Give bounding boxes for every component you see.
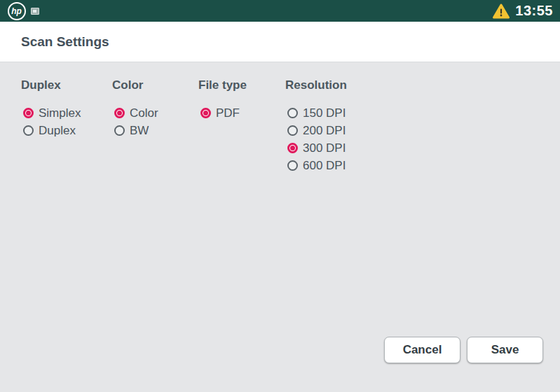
group-label: Resolution (285, 78, 397, 92)
group-label: Color (112, 78, 198, 92)
radio-option-bw[interactable]: BW (112, 122, 198, 139)
option-label: Simplex (39, 106, 81, 120)
radio-option-150dpi[interactable]: 150 DPI (285, 104, 397, 122)
status-bar: hp 13:55 (0, 0, 560, 22)
radio-option-600dpi[interactable]: 600 DPI (285, 157, 397, 174)
radio-option-duplex[interactable]: Duplex (21, 122, 112, 139)
radio-icon (114, 125, 125, 136)
group-file-type: File type PDF (198, 78, 285, 174)
option-label: Color (130, 106, 158, 120)
settings-groups: Duplex Simplex Duplex Color Color (0, 63, 560, 174)
group-label: Duplex (21, 78, 112, 92)
page-header: Scan Settings (0, 22, 560, 62)
radio-icon (287, 143, 298, 153)
option-label: 300 DPI (303, 141, 346, 155)
group-resolution: Resolution 150 DPI 200 DPI 300 DPI 600 D… (285, 78, 397, 174)
cancel-button[interactable]: Cancel (384, 337, 460, 363)
option-label: PDF (216, 106, 240, 120)
radio-icon (200, 108, 211, 118)
option-label: Duplex (39, 124, 76, 138)
radio-option-color[interactable]: Color (112, 104, 198, 122)
scan-settings-screen: hp 13:55 Scan Settings Duplex Simplex (0, 0, 560, 392)
hp-logo-icon: hp (8, 2, 26, 20)
settings-body: Duplex Simplex Duplex Color Color (0, 63, 560, 392)
group-label: File type (198, 78, 285, 92)
action-buttons: Cancel Save (384, 337, 543, 363)
option-label: BW (130, 124, 149, 138)
radio-icon (23, 125, 34, 136)
radio-icon (287, 160, 298, 171)
warning-icon[interactable] (493, 4, 510, 19)
save-button[interactable]: Save (467, 337, 543, 363)
option-label: 150 DPI (303, 106, 346, 120)
group-color: Color Color BW (112, 78, 198, 174)
radio-option-simplex[interactable]: Simplex (21, 104, 112, 122)
radio-icon (287, 108, 298, 118)
radio-icon (23, 108, 34, 118)
option-label: 600 DPI (303, 159, 346, 173)
radio-icon (287, 125, 298, 136)
radio-option-200dpi[interactable]: 200 DPI (285, 122, 397, 139)
page-title: Scan Settings (21, 34, 109, 50)
status-bar-right: 13:55 (493, 3, 553, 19)
option-label: 200 DPI (303, 124, 346, 138)
ethernet-icon (31, 8, 39, 15)
radio-icon (114, 108, 125, 118)
clock: 13:55 (515, 3, 553, 19)
group-duplex: Duplex Simplex Duplex (21, 78, 112, 174)
radio-option-pdf[interactable]: PDF (198, 104, 285, 122)
radio-option-300dpi[interactable]: 300 DPI (285, 139, 397, 157)
